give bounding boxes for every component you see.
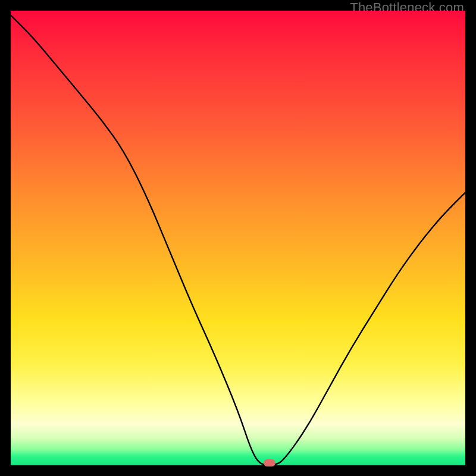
chart-frame: TheBottleneck.com	[0, 0, 476, 476]
plot-area	[11, 11, 465, 465]
min-marker	[264, 459, 275, 466]
bottleneck-curve	[11, 11, 465, 465]
